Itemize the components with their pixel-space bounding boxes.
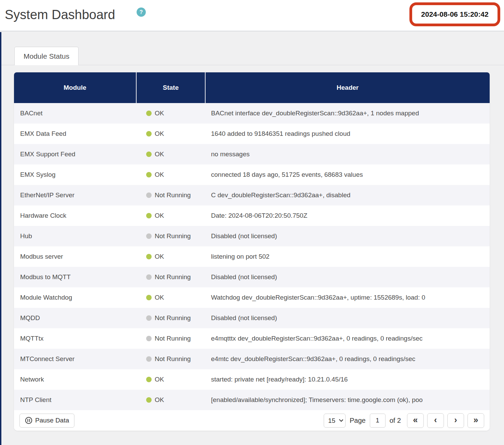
- timestamp-annotation-box: 2024-08-06 15:20:42: [409, 2, 500, 26]
- page-count-label: of 2: [390, 417, 401, 425]
- column-header-header: Header: [206, 72, 490, 103]
- state-text: OK: [155, 253, 164, 260]
- table-row: NTP ClientOK[enabled/available/synchroni…: [14, 390, 490, 410]
- page-buttons: «‹›»: [407, 413, 484, 428]
- module-name-cell: EMX Syslog: [14, 171, 137, 178]
- table-row: Module WatchdogOKWatchdog dev_doubleRegi…: [14, 287, 490, 308]
- status-ok-dot: [146, 131, 152, 137]
- module-name-cell: EtherNet/IP Server: [14, 191, 137, 199]
- table-row: BACnetOKBACnet interface dev_doubleRegis…: [14, 103, 490, 124]
- column-header-module: Module: [14, 72, 137, 103]
- state-cell: Not Running: [137, 273, 206, 281]
- state-cell: OK: [137, 110, 206, 117]
- header-message-cell: 1640 added to 91846351 readings pushed c…: [206, 130, 490, 138]
- state-text: Not Running: [155, 355, 191, 363]
- header-message-cell: e4mtc dev_doubleRegisterScan::9d362aa+, …: [206, 355, 490, 363]
- prev-page-button[interactable]: ‹: [427, 413, 444, 428]
- table-row: MQDDNot RunningDisabled (not licensed): [14, 308, 490, 328]
- state-cell: OK: [137, 150, 206, 158]
- module-name-cell: Modbus server: [14, 253, 137, 260]
- table-row: EMX Support FeedOKno messages: [14, 144, 490, 164]
- module-name-cell: BACnet: [14, 110, 137, 117]
- status-ok-dot: [146, 172, 152, 177]
- state-text: Not Running: [155, 232, 191, 240]
- first-page-button[interactable]: «: [407, 413, 424, 428]
- state-text: OK: [155, 130, 164, 138]
- status-ok-dot: [146, 397, 152, 403]
- header-message-cell: C dev_doubleRegisterScan::9d362aa+, disa…: [206, 191, 490, 199]
- help-icon[interactable]: ?: [137, 8, 146, 17]
- table-row: EMX SyslogOKconnected 18 days ago, 51725…: [14, 164, 490, 185]
- module-name-cell: EMX Support Feed: [14, 150, 137, 158]
- header-message-cell: Disabled (not licensed): [206, 232, 490, 240]
- table-body: BACnetOKBACnet interface dev_doubleRegis…: [14, 103, 490, 410]
- pause-data-button[interactable]: Pause Data: [19, 414, 74, 428]
- table-row: MTConnect ServerNot Runninge4mtc dev_dou…: [14, 349, 490, 369]
- status-ok-dot: [146, 111, 152, 116]
- state-cell: Not Running: [137, 314, 206, 322]
- state-text: Not Running: [155, 191, 191, 199]
- state-cell: Not Running: [137, 335, 206, 342]
- state-cell: Not Running: [137, 232, 206, 240]
- table-row: EtherNet/IP ServerNot RunningC dev_doubl…: [14, 185, 490, 205]
- state-cell: Not Running: [137, 355, 206, 363]
- state-cell: OK: [137, 171, 206, 178]
- header-message-cell: Date: 2024-08-06T20:20:50.750Z: [206, 212, 490, 219]
- page-label: Page: [350, 417, 366, 425]
- state-text: OK: [155, 396, 164, 404]
- status-ok-dot: [146, 377, 152, 382]
- page-size-select[interactable]: 15: [324, 414, 346, 428]
- table-row: NetworkOKstarted: private net [ready/rea…: [14, 369, 490, 390]
- top-bar: System Dashboard ? 2024-08-06 15:20:42: [0, 0, 504, 31]
- page-title: System Dashboard: [5, 8, 115, 22]
- header-message-cell: [enabled/available/synchronized]; Timese…: [206, 396, 490, 404]
- next-page-button[interactable]: ›: [447, 413, 464, 428]
- column-header-state: State: [137, 72, 206, 103]
- state-text: OK: [155, 110, 164, 117]
- table-row: Hardware ClockOKDate: 2024-08-06T20:20:5…: [14, 205, 490, 226]
- status-ok-dot: [146, 254, 152, 259]
- module-name-cell: MQTTtx: [14, 335, 137, 342]
- header-message-cell: e4mqtttx dev_doubleRegisterScan::9d362aa…: [206, 335, 490, 342]
- tab-module-status[interactable]: Module Status: [14, 47, 79, 65]
- state-text: OK: [155, 150, 164, 158]
- status-not-running-dot: [146, 192, 152, 198]
- state-text: Not Running: [155, 335, 191, 342]
- status-not-running-dot: [146, 336, 152, 341]
- header-message-cell: Disabled (not licensed): [206, 273, 490, 281]
- module-status-table: Module State Header BACnetOKBACnet inter…: [14, 72, 490, 431]
- state-text: OK: [155, 376, 164, 383]
- state-cell: OK: [137, 294, 206, 301]
- status-ok-dot: [146, 295, 152, 300]
- page-number-input[interactable]: [370, 414, 386, 428]
- state-cell: Not Running: [137, 191, 206, 199]
- current-timestamp: 2024-08-06 15:20:42: [421, 10, 488, 18]
- state-cell: OK: [137, 212, 206, 219]
- header-message-cell: Disabled (not licensed): [206, 314, 490, 322]
- table-row: MQTTtxNot Runninge4mqtttx dev_doubleRegi…: [14, 328, 490, 349]
- module-name-cell: MQDD: [14, 314, 137, 322]
- pause-icon: [25, 417, 32, 424]
- table-footer: Pause Data 15 Page of 2 «‹›»: [14, 410, 490, 431]
- status-not-running-dot: [146, 233, 152, 239]
- state-text: Not Running: [155, 314, 191, 322]
- state-cell: OK: [137, 396, 206, 404]
- state-cell: OK: [137, 130, 206, 138]
- table-row: Modbus to MQTTNot RunningDisabled (not l…: [14, 267, 490, 287]
- last-page-button[interactable]: »: [467, 413, 484, 428]
- header-message-cell: connected 18 days ago, 51725 events, 686…: [206, 171, 490, 178]
- module-name-cell: Module Watchdog: [14, 294, 137, 301]
- status-not-running-dot: [146, 274, 152, 280]
- table-header-row: Module State Header: [14, 72, 490, 103]
- state-text: OK: [155, 171, 164, 178]
- pause-data-label: Pause Data: [35, 417, 69, 424]
- state-text: OK: [155, 212, 164, 219]
- state-cell: OK: [137, 376, 206, 383]
- state-text: Not Running: [155, 273, 191, 281]
- status-ok-dot: [146, 152, 152, 157]
- module-name-cell: MTConnect Server: [14, 355, 137, 363]
- header-message-cell: listening on port 502: [206, 253, 490, 260]
- header-message-cell: no messages: [206, 150, 490, 158]
- tab-label: Module Status: [24, 52, 69, 60]
- module-name-cell: Hardware Clock: [14, 212, 137, 219]
